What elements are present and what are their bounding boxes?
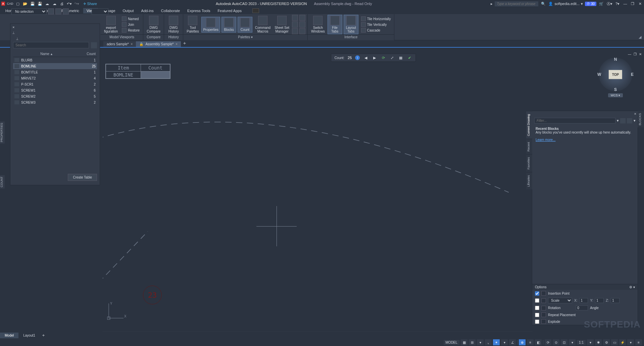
palette-misc6-icon[interactable]: [299, 28, 305, 34]
sb-3dosnap-icon[interactable]: ⊙: [553, 339, 559, 345]
count-row-bomline[interactable]: BOMLINE25: [13, 63, 97, 69]
join-viewport-button[interactable]: Join: [120, 22, 141, 27]
layout-tabs-button[interactable]: Layout Tabs: [344, 15, 358, 34]
count-row-bomtitle[interactable]: BOMTITLE1: [13, 69, 97, 75]
viewcube-s[interactable]: S: [614, 87, 617, 92]
palette-misc5-icon[interactable]: [299, 21, 305, 28]
help-icon[interactable]: ?▾: [614, 1, 621, 7]
count-row-screw1[interactable]: SCREW16: [13, 87, 97, 93]
file-tab-1[interactable]: aders Sample*×: [103, 41, 136, 47]
learn-more-link[interactable]: Learn more...: [536, 138, 555, 142]
viewcube-e[interactable]: E: [631, 72, 634, 77]
a360-icon[interactable]: Ⓐ▾: [606, 1, 612, 7]
menu-output[interactable]: Output: [119, 8, 137, 13]
file-tabs-button[interactable]: File Tabs: [328, 15, 342, 34]
menu-switch-icon[interactable]: [252, 8, 259, 13]
cart-icon[interactable]: 🛒: [598, 1, 604, 7]
count-row-blurb[interactable]: BLURB1: [13, 57, 97, 63]
qp-tool3-icon[interactable]: [63, 8, 69, 14]
panel-compare[interactable]: Compare: [143, 34, 164, 40]
palette-misc3-icon[interactable]: [292, 28, 298, 34]
count-button[interactable]: Count: [238, 17, 252, 33]
search-arrow-icon[interactable]: ▸: [491, 2, 493, 6]
scale-y-input[interactable]: [595, 298, 604, 303]
restore-icon[interactable]: ❐: [630, 2, 635, 6]
qp-tool1-icon[interactable]: [48, 8, 54, 14]
user-account[interactable]: 👤 softpedia.edit... ▾: [548, 2, 583, 6]
sb-snap-icon[interactable]: ⊞: [469, 339, 476, 345]
dwg-history-button[interactable]: DWG History: [166, 15, 181, 34]
count-panel-menu-icon[interactable]: ⟂: [16, 37, 18, 41]
command-macros-button[interactable]: Command Macros: [254, 15, 272, 34]
menu-expresstools[interactable]: Express Tools: [184, 8, 213, 13]
ribbon-collapse-icon[interactable]: ◢: [639, 35, 641, 39]
app-logo-icon[interactable]: A: [1, 2, 5, 6]
share-button[interactable]: ✈ Share: [83, 2, 97, 6]
blocks-filter-dropdown-icon[interactable]: ▾: [617, 118, 619, 123]
rotation-input[interactable]: [576, 305, 588, 310]
named-viewport-button[interactable]: Named: [120, 16, 141, 21]
sb-workspace-icon[interactable]: ⚙: [603, 339, 610, 345]
layout-tab-layout1[interactable]: Layout1: [18, 333, 40, 338]
scale-z-input[interactable]: [611, 298, 620, 303]
sb-hwaccel-icon[interactable]: ⚡: [619, 339, 626, 345]
file-tab-1-close-icon[interactable]: ×: [131, 42, 133, 46]
add-file-tab-button[interactable]: ＋: [181, 40, 188, 47]
restore-viewport-button[interactable]: Restore: [120, 28, 141, 33]
count-rail[interactable]: COUNT: [0, 175, 5, 189]
blocks-options-gear-icon[interactable]: ⚙: [629, 285, 632, 289]
count-search-input[interactable]: [13, 42, 89, 48]
count-row-screw2[interactable]: SCREW25: [13, 93, 97, 99]
sb-monitor-icon[interactable]: ▭: [611, 339, 618, 345]
count-row-p-scr1[interactable]: P-SCR12: [13, 81, 97, 87]
palette-misc1-icon[interactable]: [292, 15, 298, 21]
layout-add-button[interactable]: ＋: [40, 332, 47, 338]
blocks-options-dropdown-icon[interactable]: ▾: [633, 285, 635, 289]
sb-polar-icon[interactable]: ✶: [493, 339, 500, 345]
help-search-input[interactable]: [495, 1, 538, 6]
blocks-tab-current[interactable]: Current Drawing: [526, 111, 532, 139]
menu-featuredapps[interactable]: Featured Apps: [214, 8, 245, 13]
trial-days-badge[interactable]: ⏱ 30: [585, 2, 596, 6]
blocks-button[interactable]: Blocks: [221, 17, 236, 33]
viewcube-top[interactable]: TOP: [609, 70, 622, 79]
viewcube-n[interactable]: N: [614, 57, 617, 62]
sb-selcyc-icon[interactable]: ⟳: [545, 339, 551, 345]
minimize-icon[interactable]: —: [623, 2, 628, 6]
explode-checkbox[interactable]: [535, 319, 539, 324]
blocks-close-icon[interactable]: ×: [634, 112, 636, 116]
panel-history[interactable]: History: [164, 34, 183, 40]
blocks-tab-favorites[interactable]: Favorites: [526, 154, 532, 172]
sb-clean-icon[interactable]: ▾: [627, 339, 634, 345]
scale-dropdown[interactable]: Scale: [548, 298, 572, 303]
palette-misc2-icon[interactable]: [292, 21, 298, 28]
close-icon[interactable]: ✕: [637, 2, 643, 6]
layout-tab-model[interactable]: Model: [0, 333, 18, 338]
count-row-mrivet2[interactable]: MRIVET24: [13, 75, 97, 81]
blocks-view2-icon[interactable]: [627, 118, 632, 123]
file-tab-2-close-icon[interactable]: ×: [176, 42, 178, 46]
qp-tool2-icon[interactable]: [55, 8, 61, 14]
count-panel-close-icon[interactable]: ×: [12, 25, 14, 29]
count-col-count[interactable]: Count: [78, 52, 96, 56]
blocks-tab-recent[interactable]: Recent: [526, 139, 532, 154]
sb-infer-icon[interactable]: ▾: [477, 339, 484, 345]
scale-x-input[interactable]: [579, 298, 588, 303]
sb-annoscale-icon[interactable]: ✱: [595, 339, 602, 345]
properties-rail[interactable]: PROPERTIES: [0, 121, 5, 144]
sb-scale-label[interactable]: 1:1: [577, 340, 586, 345]
file-tab-2[interactable]: 🔒Assembly Sample*×: [136, 41, 181, 47]
tile-horizontal-button[interactable]: Tile Horizontally: [360, 16, 392, 21]
dwg-compare-button[interactable]: DWG Compare: [145, 15, 162, 34]
sb-dyn-icon[interactable]: ⊡: [561, 339, 567, 345]
blocks-rail[interactable]: BLOCKS: [638, 111, 644, 128]
create-table-button[interactable]: Create Table: [68, 174, 97, 181]
viewport-config-button[interactable]: ewport figuration: [103, 15, 119, 34]
sb-ortho-icon[interactable]: ⌞: [485, 339, 492, 345]
count-search-button-icon[interactable]: [91, 42, 97, 48]
wcs-dropdown[interactable]: WCS ▾: [608, 93, 623, 97]
sb-qs-icon[interactable]: ▾: [569, 339, 576, 345]
blocks-filter-input[interactable]: [534, 118, 615, 123]
menu-collaborate[interactable]: Collaborate: [158, 8, 183, 13]
panel-palettes[interactable]: Palettes ▾: [183, 34, 307, 40]
